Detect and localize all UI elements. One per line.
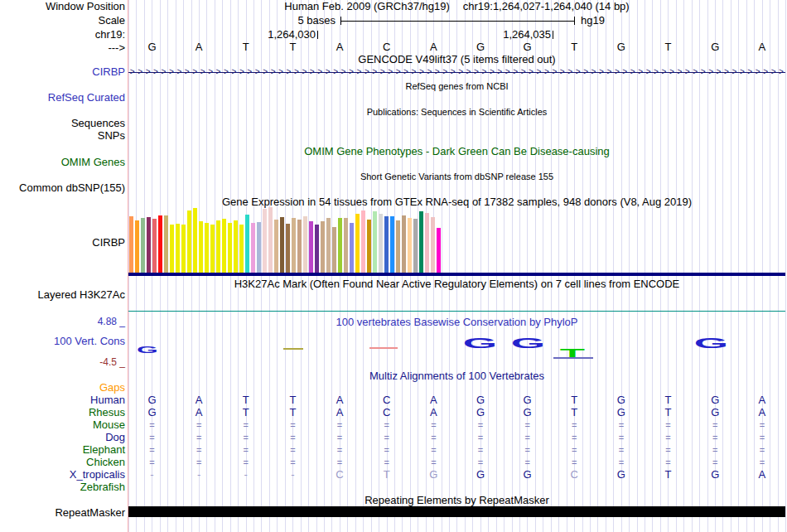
gtex-expression-bar[interactable] <box>361 210 365 273</box>
multiz-species-label[interactable]: Zebrafish <box>0 481 125 493</box>
gtex-expression-bar[interactable] <box>292 218 296 273</box>
gtex-expression-bar[interactable] <box>367 220 371 273</box>
gtex-expression-bar[interactable] <box>263 209 267 273</box>
track-label-layered-h3k27ac[interactable]: Layered H3K27Ac <box>0 289 125 301</box>
gtex-expression-bar[interactable] <box>181 225 186 273</box>
gtex-expression-bar[interactable] <box>413 219 418 273</box>
repeatmasker-element-bar[interactable] <box>128 506 785 517</box>
gtex-track-title[interactable]: Gene Expression in 54 tissues from GTEx … <box>128 196 785 208</box>
gtex-expression-bar[interactable] <box>402 215 406 273</box>
gtex-expression-bar[interactable] <box>425 213 429 273</box>
gtex-expression-bar[interactable] <box>222 219 226 273</box>
right-arrow-icon: > <box>558 66 566 78</box>
gtex-expression-bar[interactable] <box>152 219 157 273</box>
gtex-expression-bar[interactable] <box>437 228 441 273</box>
right-arrow-icon: > <box>535 66 543 78</box>
gtex-expression-bar[interactable] <box>379 214 383 273</box>
ruler-base-letter: C <box>363 41 410 53</box>
gtex-expression-bar[interactable] <box>355 214 360 273</box>
alignment-base: = <box>410 457 457 468</box>
gtex-baseline-bar <box>128 273 785 276</box>
gtex-expression-bar[interactable] <box>274 220 278 273</box>
multiz-species-label[interactable]: Dog <box>0 432 125 443</box>
gtex-expression-bar[interactable] <box>315 225 319 273</box>
repeatmasker-track-title[interactable]: Repeating Elements by RepeatMasker <box>128 495 785 506</box>
phylop-track-title[interactable]: 100 vertebrates Basewise Conservation by… <box>128 317 785 328</box>
alignment-base: G <box>128 394 176 406</box>
gtex-expression-bar[interactable] <box>332 227 336 273</box>
h3k27ac-track-title[interactable]: H3K27Ac Mark (Often Found Near Active Re… <box>128 278 785 290</box>
right-arrow-icon: > <box>621 66 629 78</box>
multiz-track-title[interactable]: Multiz Alignments of 100 Vertebrates <box>128 370 785 382</box>
right-arrow-icon: > <box>527 66 534 78</box>
gtex-expression-bar[interactable] <box>344 218 348 273</box>
track-label-common-dbsnp[interactable]: Common dbSNP(155) <box>0 182 125 194</box>
right-arrow-icon: > <box>456 66 464 78</box>
gtex-expression-bar[interactable] <box>286 224 290 273</box>
gtex-expression-bar[interactable] <box>251 223 255 273</box>
multiz-species-label[interactable]: Human <box>0 394 125 406</box>
gtex-expression-bar[interactable] <box>193 208 197 273</box>
gtex-expression-bar[interactable] <box>350 223 354 273</box>
multiz-species-label[interactable]: Chicken <box>0 457 125 468</box>
omim-track-title[interactable]: OMIM Gene Phenotypes - Dark Green Can Be… <box>128 146 785 157</box>
gtex-expression-bar[interactable] <box>135 220 139 273</box>
gtex-expression-bar[interactable] <box>373 211 377 273</box>
gtex-expression-bar[interactable] <box>187 210 191 273</box>
multiz-species-label[interactable]: Gaps <box>0 382 125 394</box>
track-label-repeatmasker[interactable]: RepeatMasker <box>0 507 125 519</box>
gtex-expression-bar[interactable] <box>234 220 238 273</box>
publications-track-title[interactable]: Publications: Sequences in Scientific Ar… <box>128 106 785 118</box>
multiz-species-label[interactable]: Elephant <box>0 444 125 456</box>
gtex-expression-bar[interactable] <box>199 221 203 273</box>
gtex-expression-bar[interactable] <box>158 215 162 273</box>
track-label-omim-genes[interactable]: OMIM Genes <box>0 157 125 168</box>
gtex-expression-bar[interactable] <box>141 218 145 273</box>
gtex-expression-bar[interactable] <box>419 211 423 273</box>
gtex-expression-bar[interactable] <box>147 217 151 273</box>
gtex-expression-bar[interactable] <box>384 216 389 273</box>
gtex-expression-bar[interactable] <box>129 216 133 273</box>
track-label-snps[interactable]: SNPs <box>0 130 125 142</box>
gtex-expression-bar[interactable] <box>303 216 307 273</box>
multiz-species-label[interactable]: Mouse <box>0 419 125 431</box>
dbsnp-track-title[interactable]: Short Genetic Variants from dbSNP releas… <box>128 171 785 182</box>
gtex-expression-bar[interactable] <box>396 220 400 273</box>
track-label-refseq-curated[interactable]: RefSeq Curated <box>0 92 125 104</box>
alignment-base: = <box>692 444 739 456</box>
gtex-expression-bar[interactable] <box>210 225 215 273</box>
gencode-track-title[interactable]: GENCODE V49lift37 (5 items filtered out) <box>128 54 785 65</box>
gtex-expression-bar[interactable] <box>268 207 273 273</box>
track-label-gencode-cirbp[interactable]: CIRBP <box>0 66 125 78</box>
alignment-base: = <box>738 444 785 456</box>
alignment-base: = <box>692 457 739 468</box>
gtex-expression-bar[interactable] <box>408 218 412 273</box>
multiz-species-label[interactable]: Rhesus <box>0 407 125 418</box>
right-arrow-icon: > <box>253 66 261 78</box>
gtex-expression-bar[interactable] <box>239 225 244 273</box>
gtex-expression-bar[interactable] <box>205 223 209 273</box>
gtex-expression-bar[interactable] <box>309 221 313 273</box>
gtex-expression-bar[interactable] <box>431 217 435 273</box>
gtex-expression-bar[interactable] <box>390 216 394 273</box>
gtex-expression-bar[interactable] <box>257 222 261 273</box>
gtex-expression-bar[interactable] <box>326 218 331 273</box>
gtex-expression-bar[interactable] <box>280 217 284 273</box>
gtex-expression-bar[interactable] <box>245 215 249 273</box>
track-label-sequences[interactable]: Sequences <box>0 118 125 129</box>
multiz-species-label[interactable]: X_tropicalis <box>0 469 125 481</box>
cirbp-gene-direction-arrows[interactable]: >>>>>>>>>>>>>>>>>>>>>>>>>>>>>>>>>>>>>>>>… <box>128 66 785 78</box>
track-label-100-vert-cons[interactable]: 100 Vert. Cons <box>0 336 125 347</box>
alignment-base: G <box>597 394 645 406</box>
gtex-expression-bar[interactable] <box>297 220 302 273</box>
gtex-expression-bar[interactable] <box>321 221 325 273</box>
gtex-expression-bar[interactable] <box>176 224 180 273</box>
alignment-base: = <box>738 457 785 468</box>
gtex-expression-bar[interactable] <box>216 220 220 273</box>
gtex-expression-bar[interactable] <box>338 218 342 273</box>
refseq-track-title[interactable]: RefSeq genes from NCBI <box>128 80 785 92</box>
gtex-expression-bar[interactable] <box>170 225 174 273</box>
gtex-expression-bar[interactable] <box>228 223 232 273</box>
gtex-expression-bar[interactable] <box>164 215 168 273</box>
track-label-gtex-cirbp[interactable]: CIRBP <box>0 237 125 249</box>
